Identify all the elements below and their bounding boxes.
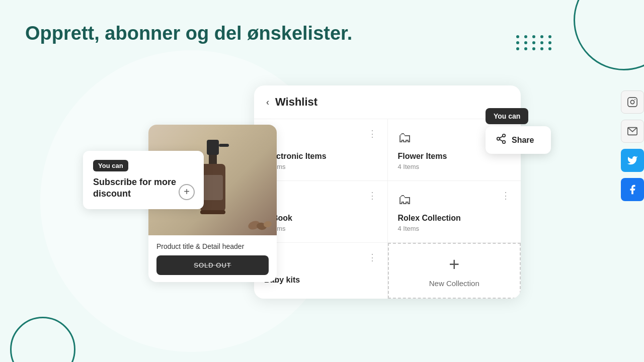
- wishlist-item-name: E-Book: [264, 214, 377, 223]
- share-dropdown: Share: [486, 126, 551, 154]
- wishlist-item-count: 4 Items: [398, 225, 511, 232]
- product-title: Product title & Detail header: [156, 242, 269, 250]
- svg-rect-5: [200, 210, 225, 214]
- wishlist-title: Wishlist: [275, 96, 317, 109]
- wishlist-grid: 🗂 ⋮ Electronic Items 4 Items 🗂 ⋮ Flower …: [254, 119, 521, 299]
- instagram-icon[interactable]: [621, 90, 644, 114]
- product-card-body: Product title & Detail header SOLD OUT: [148, 235, 277, 282]
- svg-point-9: [503, 134, 506, 137]
- subscribe-text: Subscribe for more discount: [93, 176, 194, 200]
- bg-circle-bottom-left: [10, 317, 75, 362]
- more-options-icon[interactable]: ⋮: [368, 191, 377, 200]
- folder-icon: 🗂: [398, 191, 412, 208]
- svg-rect-0: [207, 140, 219, 155]
- wishlist-item-count: 4 Items: [264, 163, 377, 170]
- svg-point-15: [630, 100, 634, 104]
- wishlist-item-name: Rolex Collection: [398, 214, 511, 223]
- wishlist-item-name: Baby kits: [264, 276, 377, 285]
- social-sidebar: [621, 90, 644, 201]
- svg-point-11: [503, 141, 506, 144]
- svg-rect-4: [219, 144, 229, 147]
- twitter-icon[interactable]: [621, 149, 644, 172]
- new-collection-button[interactable]: + New Collection: [388, 243, 521, 299]
- svg-point-10: [497, 137, 500, 140]
- bg-circle-top-right: [574, 0, 644, 70]
- wishlist-panel: ‹ Wishlist 🗂 ⋮ Electronic Items 4 Items …: [254, 85, 521, 299]
- you-can-share-container: You can Share: [486, 108, 551, 154]
- facebook-icon[interactable]: [621, 178, 644, 201]
- page-title: Opprett, abonner og del ønskelister.: [25, 23, 352, 44]
- wishlist-item-count: 4 Items: [398, 163, 511, 170]
- subscribe-tooltip: You can Subscribe for more discount +: [83, 151, 204, 209]
- you-can-main-badge[interactable]: You can: [486, 108, 528, 124]
- wishlist-item-rolex[interactable]: 🗂 ⋮ Rolex Collection 4 Items: [388, 181, 521, 242]
- new-collection-plus-icon: +: [449, 254, 459, 275]
- svg-rect-3: [203, 175, 223, 200]
- more-options-icon[interactable]: ⋮: [501, 191, 511, 200]
- wishlist-item-name: Electronic Items: [264, 152, 377, 161]
- wishlist-item-count: 4 Items: [264, 225, 377, 232]
- subscribe-plus-button[interactable]: +: [179, 184, 195, 200]
- you-can-badge: You can: [93, 160, 128, 171]
- svg-rect-1: [209, 155, 217, 164]
- email-icon[interactable]: [621, 120, 644, 143]
- dot-grid-decoration: [516, 35, 553, 50]
- wishlist-header: ‹ Wishlist: [254, 85, 521, 119]
- sold-out-button[interactable]: SOLD OUT: [156, 255, 269, 275]
- more-options-icon[interactable]: ⋮: [368, 129, 377, 138]
- back-arrow-icon[interactable]: ‹: [266, 97, 269, 108]
- svg-rect-14: [628, 98, 637, 107]
- svg-line-12: [500, 139, 503, 141]
- share-label[interactable]: Share: [512, 136, 534, 145]
- svg-point-16: [634, 99, 635, 100]
- new-collection-label: New Collection: [429, 279, 479, 288]
- product-decoration-icon: [247, 215, 272, 230]
- more-options-icon[interactable]: ⋮: [368, 253, 377, 262]
- share-icon: [496, 133, 507, 147]
- folder-icon: 🗂: [398, 129, 412, 146]
- svg-line-13: [500, 136, 503, 138]
